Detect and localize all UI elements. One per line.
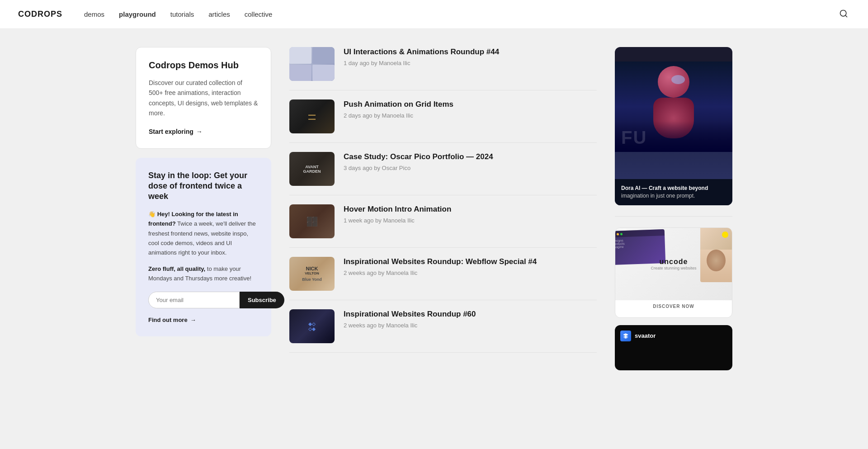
feed-meta-1: 1 day ago by Manoela Ilic (344, 60, 597, 66)
nav-articles[interactable]: articles (208, 10, 230, 18)
subscribe-button[interactable]: Subscribe (240, 292, 284, 308)
uncode-visual: designsproductsimagine uncode Create stu… (615, 228, 732, 300)
search-icon (839, 9, 848, 18)
find-out-more-arrow: → (190, 317, 196, 323)
left-sidebar: Codrops Demos Hub Discover our curated c… (136, 47, 271, 336)
demos-hub-description: Discover our curated collection of 500+ … (149, 78, 258, 118)
feed-thumbnail-1 (289, 47, 335, 81)
feed-thumbnail-6: ◆◇◇◆ (289, 309, 335, 343)
helmet-reflection (671, 75, 685, 84)
header-right (837, 7, 850, 21)
feed-item: ⬛⬛⬛⬛ Hover Motion Intro Animation 1 week… (289, 195, 597, 248)
feed-meta-5: 2 weeks ago by Manoela Ilic (344, 269, 597, 276)
start-exploring-text: Start exploring (149, 128, 193, 135)
feed-thumbnail-5: NICK VELTON Blue Yond (289, 257, 335, 291)
feed-item: NICK VELTON Blue Yond Inspirational Webs… (289, 248, 597, 300)
right-sidebar: Dora AI Free AI Sites FU (615, 47, 732, 370)
ad-card-dora[interactable]: Dora AI Free AI Sites FU (615, 47, 732, 205)
feed-meta-6: 2 weeks ago by Manoela Ilic (344, 322, 597, 329)
feed-item: ▬▬▬▬ Push Animation on Grid Items 2 days… (289, 90, 597, 143)
start-exploring-link[interactable]: Start exploring → (149, 128, 203, 135)
nav-demos[interactable]: demos (84, 10, 104, 18)
uncode-logo-text: uncode (651, 258, 696, 266)
feed-title-4[interactable]: Hover Motion Intro Animation (344, 204, 597, 214)
feed-meta-2: 2 days ago by Manoela Ilic (344, 112, 597, 119)
ad-visual-area: FU (615, 61, 732, 152)
feed-item: AVANTGARDEN Case Study: Oscar Pico Portf… (289, 143, 597, 195)
ad-divider (615, 216, 732, 217)
feed-info-2: Push Animation on Grid Items 2 days ago … (344, 99, 597, 119)
feed: UI Interactions & Animations Roundup #44… (289, 47, 597, 353)
feed-title-2[interactable]: Push Animation on Grid Items (344, 99, 597, 109)
newsletter-quality: Zero fluff, all quality, to make your Mo… (148, 264, 259, 284)
feed-title-5[interactable]: Inspirational Websites Roundup: Webflow … (344, 257, 597, 267)
svaator-logo-icon (623, 333, 629, 339)
email-form: Subscribe (148, 292, 259, 308)
search-button[interactable] (837, 7, 850, 21)
uncode-sub-text: Create stunning websites (651, 266, 696, 270)
feed-info-6: Inspirational Websites Roundup #60 2 wee… (344, 309, 597, 329)
ad-card-footer: Dora AI — Craft a website beyond imagina… (615, 179, 732, 205)
svg-line-1 (845, 15, 847, 17)
nav-collective[interactable]: collective (245, 10, 273, 18)
main-nav: demos playground tutorials articles coll… (84, 10, 272, 18)
feed-thumbnail-3: AVANTGARDEN (289, 152, 335, 186)
ad-text-overlay: FU (615, 121, 732, 152)
email-input[interactable] (148, 292, 240, 308)
uncode-discover-text: DISCOVER NOW (621, 304, 726, 309)
uncode-logo-area: uncode Create stunning websites (651, 258, 696, 270)
svaator-header: svaator (615, 325, 732, 347)
demos-hub-title: Codrops Demos Hub (149, 60, 258, 71)
ad-footer-bold: Dora AI — Craft a website beyond (621, 185, 708, 191)
feed-info-5: Inspirational Websites Roundup: Webflow … (344, 257, 597, 276)
newsletter-body: 👋 Hey! Looking for the latest in fronten… (148, 209, 259, 258)
ad-card-uncode[interactable]: designsproductsimagine uncode Create stu… (615, 227, 732, 318)
ad-card-svaator[interactable]: svaator (615, 325, 732, 370)
page-content: Codrops Demos Hub Discover our curated c… (118, 29, 750, 397)
feed-info-3: Case Study: Oscar Pico Portfolio — 2024 … (344, 152, 597, 171)
header: CODROPS demos playground tutorials artic… (0, 0, 868, 29)
ad-card-dora-visual: Dora AI Free AI Sites FU (615, 61, 732, 179)
newsletter-emoji: 👋 (148, 211, 156, 217)
start-exploring-arrow: → (196, 128, 203, 135)
feed-meta-3: 3 days ago by Oscar Pico (344, 165, 597, 171)
feed-meta-4: 1 week ago by Manoela Ilic (344, 217, 597, 224)
uncode-cta-dot (722, 232, 728, 238)
newsletter-quality-bold: Zero fluff, all quality, (148, 265, 205, 272)
feed-title-1[interactable]: UI Interactions & Animations Roundup #44 (344, 47, 597, 57)
header-left: CODROPS demos playground tutorials artic… (18, 9, 272, 19)
feed-item: UI Interactions & Animations Roundup #44… (289, 47, 597, 90)
uncode-footer: DISCOVER NOW (615, 300, 732, 312)
feed-info-1: UI Interactions & Animations Roundup #44… (344, 47, 597, 66)
ad-footer-regular: imagination in just one prompt. (621, 193, 695, 199)
nav-playground[interactable]: playground (119, 10, 156, 18)
find-out-more-text: Find out more (148, 317, 188, 323)
logo[interactable]: CODROPS (18, 9, 62, 19)
feed-item: ◆◇◇◆ Inspirational Websites Roundup #60 … (289, 300, 597, 353)
demos-hub-card: Codrops Demos Hub Discover our curated c… (136, 47, 271, 149)
feed-thumbnail-4: ⬛⬛⬛⬛ (289, 204, 335, 238)
ad-big-text: FU (621, 128, 726, 147)
feed-thumbnail-2: ▬▬▬▬ (289, 99, 335, 133)
nav-tutorials[interactable]: tutorials (170, 10, 194, 18)
svaator-name: svaator (635, 332, 656, 339)
svaator-icon (620, 331, 631, 341)
feed-info-4: Hover Motion Intro Animation 1 week ago … (344, 204, 597, 224)
newsletter-title: Stay in the loop: Get your dose of front… (148, 170, 259, 202)
feed-title-6[interactable]: Inspirational Websites Roundup #60 (344, 309, 597, 319)
feed-title-3[interactable]: Case Study: Oscar Pico Portfolio — 2024 (344, 152, 597, 162)
ad-footer-text: Dora AI — Craft a website beyond imagina… (621, 184, 726, 200)
newsletter-card: Stay in the loop: Get your dose of front… (136, 158, 271, 336)
find-out-more-link[interactable]: Find out more → (148, 317, 196, 323)
